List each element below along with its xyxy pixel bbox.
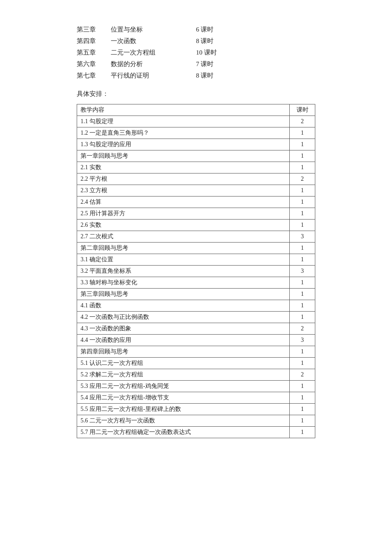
chapter-title: 位置与坐标 xyxy=(111,26,196,34)
cell-content: 2.6 实数 xyxy=(77,220,290,231)
cell-content: 4.3 一次函数的图象 xyxy=(77,323,290,335)
cell-hours: 1 xyxy=(290,139,315,150)
table-row: 2.3 立方根1 xyxy=(77,185,315,197)
cell-content: 5.2 求解二元一次方程组 xyxy=(77,369,290,381)
cell-hours: 1 xyxy=(290,162,315,173)
table-row: 第二章回顾与思考1 xyxy=(77,243,315,254)
cell-hours: 1 xyxy=(290,254,315,266)
cell-hours: 1 xyxy=(290,346,315,358)
table-row: 3.2 平面直角坐标系3 xyxy=(77,266,315,277)
cell-content: 4.1 函数 xyxy=(77,300,290,312)
cell-hours: 1 xyxy=(290,150,315,162)
cell-content: 2.5 用计算器开方 xyxy=(77,208,290,220)
cell-hours: 1 xyxy=(290,381,315,392)
cell-hours: 1 xyxy=(290,415,315,427)
chapter-item: 第四章一次函数8 课时 xyxy=(77,37,315,45)
cell-content: 第四章回顾与思考 xyxy=(77,346,290,358)
cell-hours: 1 xyxy=(290,277,315,289)
cell-hours: 1 xyxy=(290,185,315,197)
cell-content: 2.7 二次根式 xyxy=(77,231,290,243)
col-header-content: 教学内容 xyxy=(77,104,290,116)
table-row: 第三章回顾与思考1 xyxy=(77,289,315,300)
cell-content: 5.4 应用二元一次方程组-增收节支 xyxy=(77,392,290,404)
cell-hours: 3 xyxy=(290,231,315,243)
cell-hours: 1 xyxy=(290,358,315,369)
table-row: 5.3 应用二元一次方程组-鸡兔同笼1 xyxy=(77,381,315,392)
chapter-hours: 6 课时 xyxy=(196,26,213,34)
schedule-table: 教学内容 课时 1.1 勾股定理21.2 一定是直角三角形吗？11.3 勾股定理… xyxy=(77,104,315,438)
table-row: 1.2 一定是直角三角形吗？1 xyxy=(77,127,315,139)
cell-hours: 1 xyxy=(290,197,315,208)
cell-hours: 3 xyxy=(290,266,315,277)
cell-content: 第一章回顾与思考 xyxy=(77,150,290,162)
table-row: 5.4 应用二元一次方程组-增收节支1 xyxy=(77,392,315,404)
chapter-name: 第七章 xyxy=(77,72,111,80)
cell-content: 5.3 应用二元一次方程组-鸡兔同笼 xyxy=(77,381,290,392)
cell-content: 5.1 认识二元一次方程组 xyxy=(77,358,290,369)
cell-content: 1.2 一定是直角三角形吗？ xyxy=(77,127,290,139)
table-row: 3.1 确定位置1 xyxy=(77,254,315,266)
chapter-title: 数据的分析 xyxy=(111,60,196,68)
chapter-item: 第三章位置与坐标6 课时 xyxy=(77,26,315,34)
col-header-hours: 课时 xyxy=(290,104,315,116)
table-row: 5.7 用二元一次方程组确定一次函数表达式1 xyxy=(77,427,315,438)
table-row: 2.1 实数1 xyxy=(77,162,315,173)
chapter-hours: 8 课时 xyxy=(196,37,213,45)
cell-hours: 1 xyxy=(290,289,315,300)
table-row: 第四章回顾与思考1 xyxy=(77,346,315,358)
chapter-name: 第六章 xyxy=(77,60,111,68)
table-row: 2.2 平方根2 xyxy=(77,173,315,185)
chapter-list: 第三章位置与坐标6 课时第四章一次函数8 课时第五章二元一次方程组10 课时第六… xyxy=(77,26,315,80)
table-row: 5.5 应用二元一次方程组-里程碑上的数1 xyxy=(77,404,315,415)
table-row: 5.1 认识二元一次方程组1 xyxy=(77,358,315,369)
chapter-title: 平行线的证明 xyxy=(111,72,196,80)
cell-hours: 2 xyxy=(290,369,315,381)
chapter-item: 第五章二元一次方程组10 课时 xyxy=(77,49,315,57)
section-label: 具体安排： xyxy=(77,90,315,98)
cell-content: 第二章回顾与思考 xyxy=(77,243,290,254)
table-row: 4.3 一次函数的图象2 xyxy=(77,323,315,335)
cell-hours: 1 xyxy=(290,392,315,404)
cell-hours: 1 xyxy=(290,220,315,231)
chapter-name: 第三章 xyxy=(77,26,111,34)
chapter-item: 第六章数据的分析7 课时 xyxy=(77,60,315,68)
table-row: 4.1 函数1 xyxy=(77,300,315,312)
table-row: 2.7 二次根式3 xyxy=(77,231,315,243)
chapter-title: 二元一次方程组 xyxy=(111,49,196,57)
cell-content: 2.2 平方根 xyxy=(77,173,290,185)
cell-content: 4.4 一次函数的应用 xyxy=(77,335,290,346)
chapter-hours: 10 课时 xyxy=(196,49,217,57)
table-row: 1.1 勾股定理2 xyxy=(77,116,315,127)
cell-content: 3.1 确定位置 xyxy=(77,254,290,266)
table-row: 5.2 求解二元一次方程组2 xyxy=(77,369,315,381)
table-row: 4.2 一次函数与正比例函数1 xyxy=(77,312,315,323)
cell-content: 2.3 立方根 xyxy=(77,185,290,197)
cell-content: 1.3 勾股定理的应用 xyxy=(77,139,290,150)
cell-hours: 1 xyxy=(290,427,315,438)
table-row: 4.4 一次函数的应用3 xyxy=(77,335,315,346)
cell-content: 3.3 轴对称与坐标变化 xyxy=(77,277,290,289)
chapter-name: 第五章 xyxy=(77,49,111,57)
cell-hours: 2 xyxy=(290,116,315,127)
table-row: 2.5 用计算器开方1 xyxy=(77,208,315,220)
chapter-item: 第七章平行线的证明8 课时 xyxy=(77,72,315,80)
cell-hours: 1 xyxy=(290,243,315,254)
cell-hours: 1 xyxy=(290,127,315,139)
cell-content: 4.2 一次函数与正比例函数 xyxy=(77,312,290,323)
cell-hours: 1 xyxy=(290,404,315,415)
table-row: 第一章回顾与思考1 xyxy=(77,150,315,162)
table-row: 5.6 二元一次方程与一次函数1 xyxy=(77,415,315,427)
cell-hours: 1 xyxy=(290,312,315,323)
chapter-hours: 7 课时 xyxy=(196,60,213,68)
table-body: 1.1 勾股定理21.2 一定是直角三角形吗？11.3 勾股定理的应用1第一章回… xyxy=(77,116,315,438)
cell-hours: 2 xyxy=(290,173,315,185)
cell-content: 3.2 平面直角坐标系 xyxy=(77,266,290,277)
chapter-name: 第四章 xyxy=(77,37,111,45)
table-row: 2.4 估算1 xyxy=(77,197,315,208)
cell-content: 5.7 用二元一次方程组确定一次函数表达式 xyxy=(77,427,290,438)
chapter-hours: 8 课时 xyxy=(196,72,213,80)
cell-content: 第三章回顾与思考 xyxy=(77,289,290,300)
cell-content: 2.4 估算 xyxy=(77,197,290,208)
cell-hours: 1 xyxy=(290,300,315,312)
cell-hours: 2 xyxy=(290,323,315,335)
